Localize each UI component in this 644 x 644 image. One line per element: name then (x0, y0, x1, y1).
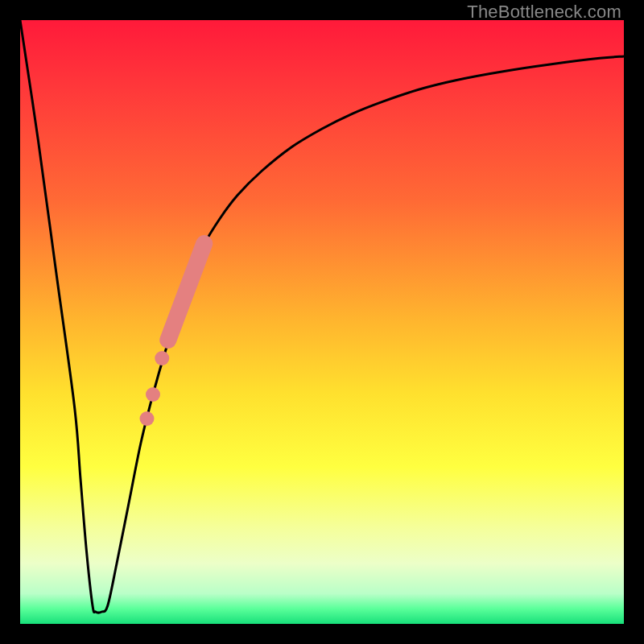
highlight-dot (155, 351, 169, 365)
highlight-dot (140, 411, 155, 426)
frame: TheBottleneck.com (0, 0, 644, 644)
plot-area (20, 20, 624, 624)
chart-svg (20, 20, 624, 624)
highlight-dot (146, 387, 160, 402)
gradient-background (20, 20, 624, 624)
watermark-text: TheBottleneck.com (467, 2, 621, 23)
